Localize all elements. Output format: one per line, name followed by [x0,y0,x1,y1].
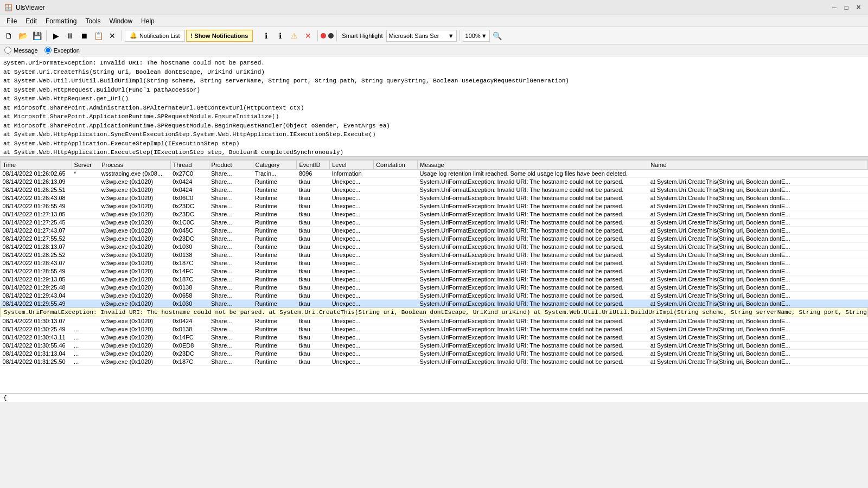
minimize-button[interactable]: ─ [829,3,840,12]
cell-thread: 0x045C [170,227,209,235]
table-row[interactable]: 08/14/2022 01:29:13.05w3wp.exe (0x1020)0… [1,275,868,284]
info2-button[interactable]: ℹ [273,29,286,42]
table-row[interactable]: 08/14/2022 01:27:13.05w3wp.exe (0x1020)0… [1,210,868,219]
message-radio[interactable] [4,47,11,54]
cell-process: w3wp.exe (0x1020) [99,194,171,202]
cell-time: 08/14/2022 01:26:13.09 [1,178,72,186]
table-row[interactable]: 08/14/2022 01:28:43.07w3wp.exe (0x1020)0… [1,259,868,267]
menu-file[interactable]: File [2,16,21,26]
cell-eventid: tkau [297,227,330,235]
exception-line: at Microsoft.SharePoint.ApplicationRunti… [3,121,865,131]
header-category[interactable]: Category [253,160,297,170]
menu-tools[interactable]: Tools [81,16,105,26]
open-button[interactable]: 📂 [16,29,29,42]
header-correlation[interactable]: Correlation [374,160,418,170]
table-row[interactable]: 08/14/2022 01:31:13.04...w3wp.exe (0x102… [1,350,868,358]
log-table-wrapper[interactable]: Time Server Process Thread Product Categ… [0,160,868,393]
header-thread[interactable]: Thread [170,160,209,170]
header-level[interactable]: Level [330,160,374,170]
exception-radio-group[interactable]: Exception [44,47,80,54]
font-selector[interactable]: Microsoft Sans Ser ▼ [386,30,457,42]
cell-product: Share... [209,292,253,300]
table-row[interactable]: 08/14/2022 01:26:43.08w3wp.exe (0x1020)0… [1,194,868,202]
table-row[interactable]: 08/14/2022 01:31:25.50...w3wp.exe (0x102… [1,358,868,366]
table-row[interactable]: 08/14/2022 01:26:25.51w3wp.exe (0x1020)0… [1,186,868,194]
save-button[interactable]: 💾 [30,29,43,42]
cell-message: System.UriFormatException: Invalid URI: … [418,333,648,342]
close-button[interactable]: ✕ [853,3,864,12]
table-row[interactable]: 08/14/2022 01:26:02.65*wsstracing.exe (0… [1,170,868,178]
table-row[interactable]: 08/14/2022 01:27:55.52w3wp.exe (0x1020)0… [1,235,868,243]
stop-button[interactable]: ⏹ [78,29,91,42]
table-row[interactable]: 08/14/2022 01:27:43.07w3wp.exe (0x1020)0… [1,227,868,235]
info1-button[interactable]: ℹ [259,29,272,42]
cell-eventid: tkau [297,186,330,194]
table-row[interactable]: 08/14/2022 01:30:43.11...w3wp.exe (0x102… [1,333,868,342]
header-time[interactable]: Time [1,160,72,170]
cell-product: Share... [209,300,253,308]
cell-message: System.UriFormatException: Invalid URI: … [418,186,648,194]
cell-level: Unexpec... [330,210,374,219]
table-row[interactable]: 08/14/2022 01:28:55.49w3wp.exe (0x1020)0… [1,267,868,275]
table-row[interactable]: 08/14/2022 01:26:13.09w3wp.exe (0x1020)0… [1,178,868,186]
header-product[interactable]: Product [209,160,253,170]
message-radio-group[interactable]: Message [4,47,38,54]
template-button[interactable]: 📋 [92,29,105,42]
separator5 [459,30,460,41]
menu-window[interactable]: Window [105,16,137,26]
header-message[interactable]: Message [418,160,648,170]
header-eventid[interactable]: EventID [297,160,330,170]
cell-process: w3wp.exe (0x1020) [99,186,171,194]
table-row[interactable]: 08/14/2022 01:26:55.49w3wp.exe (0x1020)0… [1,202,868,210]
cell-server: ... [72,333,99,342]
table-row[interactable]: 08/14/2022 01:29:55.49w3wp.exe (0x1020)0… [1,300,868,308]
cell-time: 08/14/2022 01:27:13.05 [1,210,72,219]
table-row[interactable]: 08/14/2022 01:30:13.07w3wp.exe (0x1020)0… [1,317,868,325]
menu-formatting[interactable]: Formatting [41,16,81,26]
play-button[interactable]: ▶ [49,29,62,42]
cell-eventid: tkau [297,202,330,210]
exception-radio[interactable] [44,47,52,54]
cell-category: Runtime [253,275,297,284]
warning-button[interactable]: ⚠ [288,29,301,42]
toolbar: 🗋 📂 💾 ▶ ⏸ ⏹ 📋 ✕ 🔔 Notification List ! Sh… [0,27,868,44]
table-row[interactable]: 08/14/2022 01:29:43.04w3wp.exe (0x1020)0… [1,292,868,300]
cell-time: 08/14/2022 01:26:25.51 [1,186,72,194]
error-button[interactable]: ✕ [302,29,315,42]
cell-server: ... [72,325,99,333]
cell-message: System.UriFormatException: Invalid URI: … [418,227,648,235]
size-dropdown-icon: ▼ [481,33,487,39]
cell-eventid: tkau [297,219,330,227]
table-row[interactable]: 08/14/2022 01:30:25.49...w3wp.exe (0x102… [1,325,868,333]
close-log-button[interactable]: ✕ [106,29,119,42]
header-process[interactable]: Process [99,160,171,170]
header-server[interactable]: Server [72,160,99,170]
cell-name: at System.Uri.CreateThis(String uri, Boo… [648,300,868,308]
font-size-selector[interactable]: 100% ▼ [463,30,490,42]
header-name[interactable]: Name [648,160,868,170]
new-button[interactable]: 🗋 [2,29,15,42]
cell-name: at System.Uri.CreateThis(String uri, Boo… [648,342,868,350]
zoom-button[interactable]: 🔍 [491,29,504,42]
table-row[interactable]: 08/14/2022 01:30:55.46...w3wp.exe (0x102… [1,342,868,350]
show-notifications-button[interactable]: ! Show Notifications [186,30,253,42]
cell-eventid: tkau [297,292,330,300]
exception-label[interactable]: Exception [54,47,80,54]
cell-thread: 0x1030 [170,300,209,308]
notification-list-button[interactable]: 🔔 Notification List [125,30,185,42]
tooltip-row: System.UriFormatException: Invalid URI: … [1,308,868,317]
titlebar: 🪟 UlsViewer ─ □ ✕ [0,0,868,15]
pause-button[interactable]: ⏸ [63,29,76,42]
table-row[interactable]: 08/14/2022 01:29:25.48w3wp.exe (0x1020)0… [1,284,868,292]
exception-line: at System.Uri.CreateThis(String uri, Boo… [3,68,865,77]
menu-edit[interactable]: Edit [21,16,41,26]
table-row[interactable]: 08/14/2022 01:28:25.52w3wp.exe (0x1020)0… [1,251,868,259]
menu-help[interactable]: Help [137,16,159,26]
maximize-button[interactable]: □ [841,3,852,12]
message-label[interactable]: Message [14,47,38,54]
table-row[interactable]: 08/14/2022 01:27:25.45w3wp.exe (0x1020)0… [1,219,868,227]
table-row[interactable]: 08/14/2022 01:28:13.07w3wp.exe (0x1020)0… [1,243,868,251]
cell-name: at System.Uri.CreateThis(String uri, Boo… [648,210,868,219]
cell-correlation [374,333,418,342]
cell-eventid: tkau [297,333,330,342]
